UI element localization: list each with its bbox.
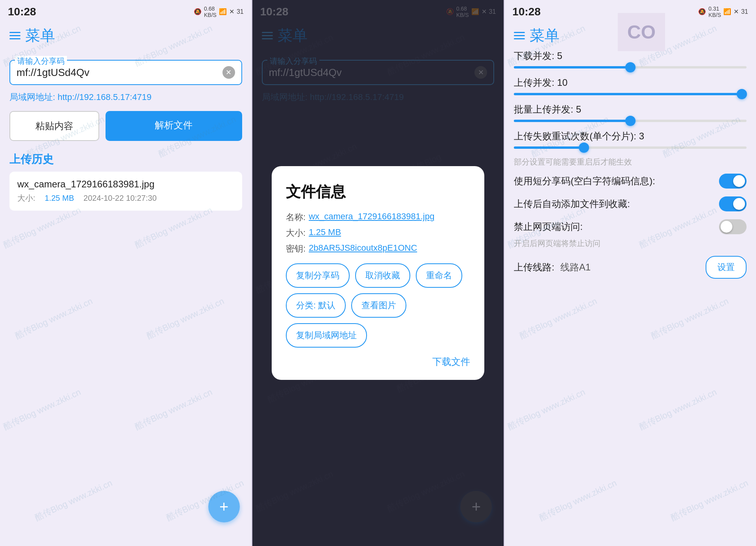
route-label-text: 上传线路: (514, 262, 554, 272)
header-title-3: 菜单 (530, 26, 560, 46)
battery-text: 31 (237, 8, 244, 15)
fab-button-1[interactable]: + (208, 491, 240, 522)
status-bar-1: 10:28 🔕 0.68KB/S 📶 ✕ 31 (0, 0, 252, 22)
slider-track-0[interactable] (514, 66, 747, 68)
wifi-icon: 📶 (219, 8, 227, 15)
modal-overlay: 文件信息 名称: wx_camera_1729166183981.jpg 大小:… (252, 0, 504, 546)
modal-card: 文件信息 名称: wx_camera_1729166183981.jpg 大小:… (272, 166, 484, 380)
slider-track-2[interactable] (514, 120, 747, 122)
route-settings-btn[interactable]: 设置 (706, 256, 747, 279)
size-label-1: 大小: (17, 193, 35, 204)
app-header-3: 菜单 (504, 22, 756, 50)
content-area-1: 请输入分享码 mf://1gtUSd4Qv ✕ 局域网地址: http://19… (0, 50, 252, 546)
toggle-switch-0[interactable] (719, 174, 747, 189)
parse-button-1[interactable]: 解析文件 (106, 111, 242, 141)
panel-1: 10:28 🔕 0.68KB/S 📶 ✕ 31 菜单 请输入分享码 mf://1… (0, 0, 252, 546)
toggle-row-2: 禁止网页端访问: (514, 219, 747, 234)
slider-fill-0 (514, 66, 630, 68)
modal-value-0[interactable]: wx_camera_1729166183981.jpg (309, 211, 434, 223)
toggle-label-2: 禁止网页端访问: (514, 220, 583, 233)
slider-row-0: 下载并发: 5 (514, 50, 747, 68)
status-time-1: 10:28 (8, 6, 36, 18)
toggle-row-0: 使用短分享码(空白字符编码信息): (514, 174, 747, 189)
slider-row-3: 上传失败重试次数(单个分片): 3 (514, 130, 747, 149)
btn-row-1: 粘贴内容 解析文件 (9, 111, 242, 141)
paste-button-1[interactable]: 粘贴内容 (9, 111, 99, 141)
category-btn[interactable]: 分类: 默认 (286, 293, 346, 318)
toggle-knob-1 (733, 198, 745, 210)
slider-row-1: 上传并发: 10 (514, 76, 747, 95)
download-btn[interactable]: 下载文件 (286, 355, 470, 368)
copy-lan-btn[interactable]: 复制局域网地址 (286, 323, 367, 348)
route-label: 上传线路: 线路A1 (514, 261, 591, 274)
speed-text: 0.68KB/S (204, 6, 217, 18)
wifi-icon-3: 📶 (723, 8, 731, 15)
status-icons-3: 🔕 0.31KB/S 📶 ✕ 31 (698, 6, 748, 18)
modal-field-1: 大小: 1.25 MB (286, 227, 470, 239)
share-input-value-1[interactable]: mf://1gtUSd4Qv (17, 67, 222, 79)
history-datetime-1: 2024-10-22 10:27:30 (83, 194, 157, 203)
notification-icon: 🔕 (194, 8, 202, 15)
slider-label-0: 下载并发: 5 (514, 50, 747, 62)
slider-track-3[interactable] (514, 146, 747, 149)
toggle-label-0: 使用短分享码(空白字符编码信息): (514, 175, 655, 187)
toggle-knob-0 (733, 175, 745, 187)
slider-label-1: 上传并发: 10 (514, 76, 747, 89)
toggle-switch-2[interactable] (719, 219, 747, 234)
modal-label-2: 密钥: (286, 243, 306, 255)
slider-thumb-0 (625, 62, 636, 72)
settings-content: 下载并发: 5 上传并发: 10 批量上传并发: 5 上传失败重试次数(单个 (504, 50, 756, 546)
setting-note: 部分设置可能需要重启后才能生效 (514, 157, 747, 167)
toggle-knob-2 (721, 221, 732, 233)
slider-fill-1 (514, 93, 742, 95)
modal-value-2[interactable]: 2b8AR5JS8icoutx8pE1ONC (309, 243, 417, 255)
slider-track-1[interactable] (514, 93, 747, 95)
toggle-label-1: 上传后自动添加文件到收藏: (514, 198, 630, 210)
history-filename-1: wx_camera_1729166183981.jpg (17, 179, 234, 190)
x-icon: ✕ (229, 8, 234, 15)
panel-2: 10:28 🔕 0.68KB/S 📶 ✕ 31 菜单 请输入分享码 mf://1… (252, 0, 504, 546)
share-input-label-1: 请输入分享码 (15, 56, 67, 67)
modal-btn-row: 复制分享码 取消收藏 重命名 分类: 默认 查看图片 复制局域网地址 (286, 263, 470, 348)
share-input-box-1: 请输入分享码 mf://1gtUSd4Qv ✕ (9, 60, 242, 85)
status-time-3: 10:28 (512, 6, 541, 18)
notification-icon-3: 🔕 (698, 8, 706, 15)
slider-fill-2 (514, 120, 630, 122)
slider-thumb-3 (579, 143, 589, 153)
rename-btn[interactable]: 重命名 (416, 263, 462, 288)
toggle-switch-1[interactable] (719, 196, 747, 211)
app-header-1: 菜单 (0, 22, 252, 50)
slider-label-3: 上传失败重试次数(单个分片): 3 (514, 130, 747, 143)
status-bar-3: 10:28 🔕 0.31KB/S 📶 ✕ 31 (504, 0, 756, 22)
upload-history-title-1: 上传历史 (9, 152, 242, 167)
unfavorite-btn[interactable]: 取消收藏 (355, 263, 410, 288)
slider-thumb-2 (625, 116, 636, 126)
speed-text-3: 0.31KB/S (708, 6, 721, 18)
header-title-1: 菜单 (25, 26, 55, 46)
menu-icon-1[interactable] (9, 32, 20, 39)
modal-field-2: 密钥: 2b8AR5JS8icoutx8pE1ONC (286, 243, 470, 255)
modal-title: 文件信息 (286, 182, 470, 202)
modal-value-1[interactable]: 1.25 MB (309, 227, 341, 239)
slider-fill-3 (514, 146, 584, 149)
status-icons-1: 🔕 0.68KB/S 📶 ✕ 31 (194, 6, 244, 18)
x-icon-3: ✕ (734, 8, 739, 15)
view-image-btn[interactable]: 查看图片 (351, 293, 406, 318)
copy-share-code-btn[interactable]: 复制分享码 (286, 263, 350, 288)
battery-text-3: 31 (741, 8, 748, 15)
slider-label-2: 批量上传并发: 5 (514, 103, 747, 116)
menu-icon-3[interactable] (514, 32, 525, 39)
history-meta-1: 大小: 1.25 MB 2024-10-22 10:27:30 (17, 193, 234, 204)
modal-label-1: 大小: (286, 227, 306, 239)
slider-thumb-1 (737, 89, 747, 99)
panel-3: 10:28 🔕 0.31KB/S 📶 ✕ 31 菜单 下载并发: 5 上传并发:… (504, 0, 756, 546)
modal-field-0: 名称: wx_camera_1729166183981.jpg (286, 211, 470, 223)
route-row: 上传线路: 线路A1 设置 (514, 256, 747, 279)
modal-label-0: 名称: (286, 211, 306, 223)
history-item-1[interactable]: wx_camera_1729166183981.jpg 大小: 1.25 MB … (9, 172, 242, 211)
route-value-text: 线路A1 (560, 262, 591, 272)
lan-address-1: 局域网地址: http://192.168.5.17:4719 (9, 91, 242, 103)
toggle-row-1: 上传后自动添加文件到收藏: (514, 196, 747, 211)
clear-button-1[interactable]: ✕ (222, 66, 235, 79)
history-size-1: 1.25 MB (45, 194, 74, 203)
